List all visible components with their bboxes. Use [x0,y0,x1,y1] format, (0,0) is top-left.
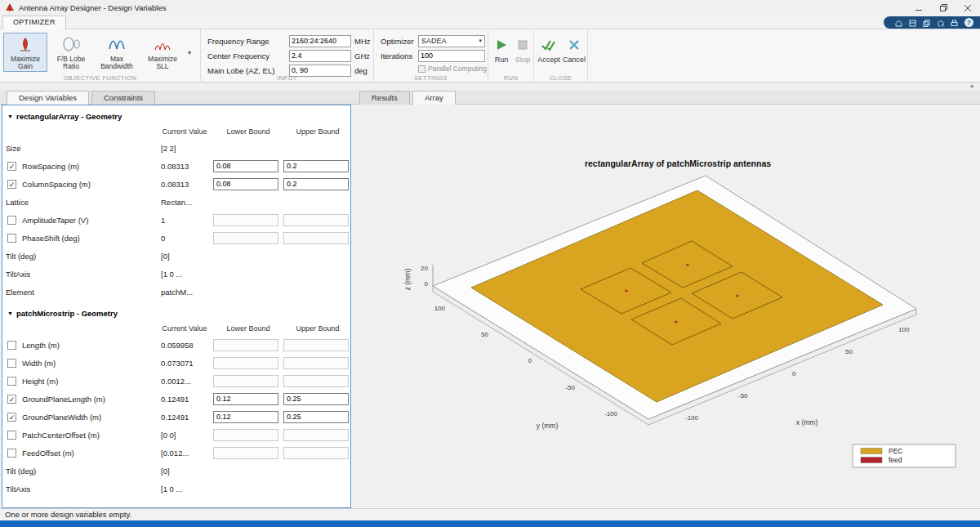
variable-row: TiltAxis[1 0 ... [2,265,350,283]
objective-function-section: Maximize Gain F/B Lobe Ratio Max Bandwid… [0,29,201,83]
iterations-input[interactable] [418,50,485,62]
lower-bound-input[interactable] [213,160,278,172]
lower-bound-input[interactable] [213,232,278,244]
window-title: Antenna Array Designer - Design Variable… [19,3,166,12]
lower-bound-input[interactable] [213,411,278,423]
upper-bound-input[interactable] [283,232,349,244]
run-button[interactable]: Run [492,38,511,64]
stop-button[interactable]: Stop [513,38,532,64]
variable-checkbox[interactable] [7,431,16,440]
variable-checkbox[interactable]: ✓ [7,180,16,189]
parallel-computing-label: Parallel Computing [428,65,487,73]
plot-canvas[interactable]: rectangularArray of patchMicrostrip ante… [353,105,978,508]
objective-dropdown-arrow[interactable]: ▾ [188,49,191,56]
upper-bound-input[interactable] [283,375,349,387]
upper-bound-input[interactable] [283,447,349,459]
lower-bound-input[interactable] [213,393,278,405]
optimizer-select[interactable]: SADEA ▾ [418,35,485,47]
max-bandwidth-button[interactable]: Max Bandwidth [95,33,139,72]
variable-row: Tilt (deg)[0] [2,462,350,480]
lower-bound-input[interactable] [213,357,278,369]
minimize-button[interactable] [906,0,931,16]
section-title[interactable]: ▼ patchMicrostrip - Geometry [7,309,350,318]
variable-name: FeedOffset (m) [22,449,156,458]
array-view-panel: rectangularArray of patchMicrostrip ante… [353,105,978,508]
quick-access-toolbar: ? [884,16,980,29]
qa-home-icon[interactable] [895,16,902,30]
variable-name: Lattice [6,198,156,207]
x-tick: -50 [738,392,748,400]
current-value: 1 [156,216,213,225]
parallel-computing-checkbox[interactable] [418,65,425,73]
close-button[interactable] [956,0,980,16]
upper-bound-input[interactable] [283,411,349,423]
fb-lobe-ratio-button[interactable]: F/B Lobe Ratio [49,33,93,72]
upper-bound-input[interactable] [283,178,349,190]
button-label: Maximize SLL [141,56,184,71]
tab-design-variables[interactable]: Design Variables [7,91,89,105]
accept-button[interactable]: Accept [536,38,562,64]
current-value: [0 0] [156,431,213,440]
lower-bound-input[interactable] [213,375,278,387]
upper-bound-input[interactable] [283,429,349,441]
collapse-toolstrip-icon[interactable]: ▴ [970,82,973,89]
center-frequency-input[interactable] [289,50,351,62]
restore-button[interactable] [931,0,956,16]
lower-bound-input[interactable] [213,339,278,351]
variable-name: Length (m) [22,341,156,350]
qa-layout-icon[interactable] [909,16,916,30]
upper-bound-input[interactable] [283,339,349,351]
variables-table: Size[2 2]✓RowSpacing (m)0.08313✓ColumnSp… [2,139,350,301]
upper-bound-input[interactable] [283,214,349,226]
upper-bound-input[interactable] [283,393,349,405]
current-value: 0.12491 [156,395,213,404]
variable-checkbox[interactable]: ✓ [7,162,16,171]
variable-checkbox[interactable] [7,449,16,458]
current-value: [0.012... [156,449,213,458]
current-value: [1 0 ... [156,270,213,279]
y-axis-label: y (mm) [537,422,559,430]
z-axis-label: z (mm) [403,269,412,291]
upper-bound-input[interactable] [283,357,349,369]
toolstrip: Maximize Gain F/B Lobe Ratio Max Bandwid… [0,29,980,83]
cancel-button[interactable]: Cancel [562,38,586,64]
tab-results[interactable]: Results [359,91,410,105]
qa-print-icon[interactable] [951,16,958,30]
variable-checkbox[interactable] [7,377,16,386]
section-title-text: rectangularArray - Geometry [16,112,122,121]
variable-checkbox[interactable] [7,216,16,225]
section-title[interactable]: ▼ rectangularArray - Geometry [7,112,350,121]
tab-constraints[interactable]: Constraints [91,91,155,105]
center-frequency-unit: GHz [354,51,370,60]
lower-bound-input[interactable] [213,214,278,226]
variable-name: RowSpacing (m) [22,162,156,171]
optimizer-label: Optimizer [381,37,418,46]
help-icon[interactable]: ? [964,18,973,27]
maximize-gain-button[interactable]: Maximize Gain [3,33,47,72]
stop-icon [515,38,530,54]
collapse-triangle-icon: ▼ [7,310,13,316]
lower-bound-input[interactable] [213,178,278,190]
variable-checkbox[interactable] [7,234,16,243]
variable-checkbox[interactable] [7,341,16,350]
variable-row: PatchCenterOffset (m)[0 0] [2,426,350,444]
variable-checkbox[interactable]: ✓ [7,395,16,404]
center-frequency-label: Center Frequency [207,51,289,60]
frequency-range-input[interactable] [289,35,351,47]
variable-checkbox[interactable]: ✓ [7,413,16,422]
variable-row: ✓GroundPlaneWidth (m)0.12491 [2,408,350,426]
lower-bound-input[interactable] [213,429,278,441]
button-label: F/B Lobe Ratio [50,56,92,71]
upper-bound-input[interactable] [283,160,349,172]
variable-name: GroundPlaneLength (m) [22,395,156,404]
tab-array[interactable]: Array [412,91,456,105]
qa-undo-icon[interactable] [937,16,944,30]
variable-checkbox[interactable] [7,359,16,368]
maximize-sll-button[interactable]: Maximize SLL [140,33,185,72]
lower-bound-input[interactable] [213,447,278,459]
qa-copy-icon[interactable] [923,16,930,30]
table-header: Current Value Lower Bound Upper Bound [2,124,350,139]
variable-row: FeedOffset (m)[0.012... [2,444,350,462]
tab-optimizer[interactable]: OPTIMIZER [2,16,66,29]
settings-section: Optimizer SADEA ▾ Iterations Parallel Co… [374,29,488,83]
